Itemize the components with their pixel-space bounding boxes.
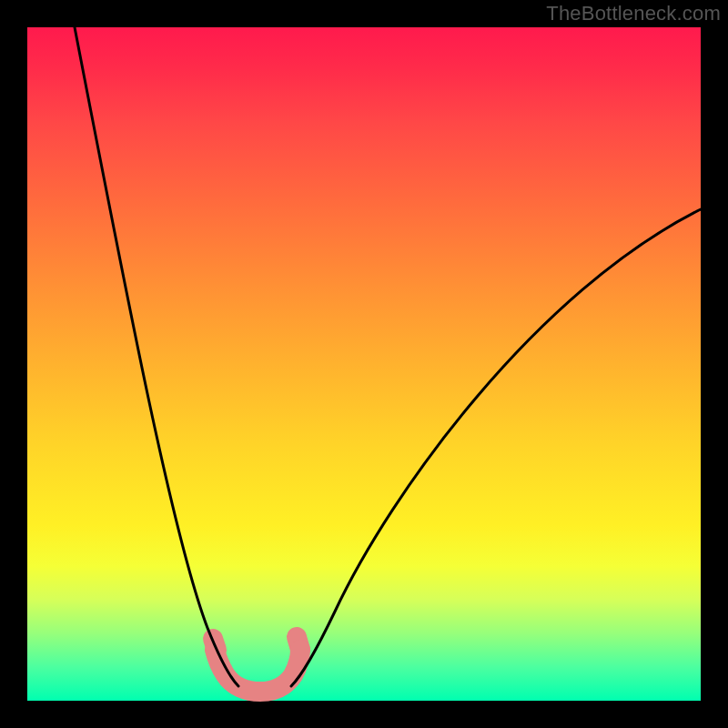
series-left-branch bbox=[75, 27, 238, 686]
curve-layer bbox=[27, 27, 701, 701]
plot-area bbox=[27, 27, 701, 701]
series-right-branch bbox=[291, 209, 701, 686]
watermark-text: TheBottleneck.com bbox=[546, 2, 721, 25]
chart-frame: TheBottleneck.com bbox=[0, 0, 728, 728]
